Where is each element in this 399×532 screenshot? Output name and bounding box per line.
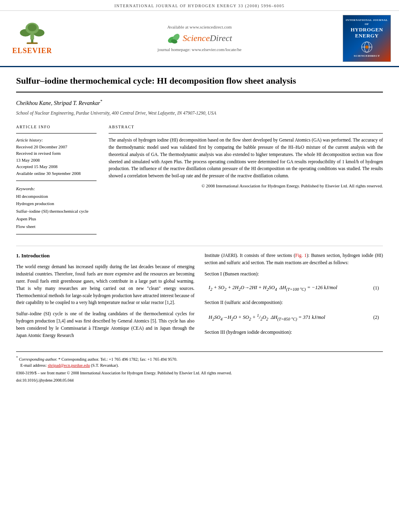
article-meta-section: ARTICLE INFO Article history: Received 2… xyxy=(16,124,383,238)
elsevier-logo: ELSEVIER xyxy=(8,21,56,56)
affiliation: School of Nuclear Engineering, Purdue Un… xyxy=(16,110,383,116)
top-banner: ELSEVIER Available at www.sciencedirect.… xyxy=(0,11,399,67)
equation-2-block: H2SO4→H2O + SO2 + 1/2O2 ΔH(T=850 °C) = 3… xyxy=(205,311,383,324)
copyright-text: © 2008 International Association for Hyd… xyxy=(109,183,383,189)
footnote-area: * Corresponding author. * Corresponding … xyxy=(16,351,383,383)
article-history: Article history: Received 20 December 20… xyxy=(16,137,97,177)
info-divider xyxy=(16,133,97,134)
bottom-info-divider xyxy=(16,234,97,234)
left-column: 1. Introduction The world energy demand … xyxy=(16,252,195,343)
equation-1-block: I2 + SO2 + 2H2O→2HI + H2SO4 ΔH(T=100 °C)… xyxy=(205,282,383,294)
journal-logo-line3: ENERGY xyxy=(345,33,389,39)
equation-2-text: H2SO4→H2O + SO2 + 1/2O2 ΔH(T=850 °C) = 3… xyxy=(209,313,325,322)
abstract-text: The analysis of hydrogen iodine (HI) dec… xyxy=(109,137,383,180)
intro-heading: 1. Introduction xyxy=(16,252,195,259)
keyword-1: HI decomposition xyxy=(16,193,97,200)
tel-fax: * Corresponding author. Tel.: +1 765 496… xyxy=(58,357,177,361)
right-column: Institute (JAERI). It consists of three … xyxy=(205,252,383,343)
article-info-panel: ARTICLE INFO Article history: Received 2… xyxy=(16,124,97,238)
online-date: Available online 30 September 2008 xyxy=(16,170,97,177)
keywords-section: Keywords: HI decomposition Hydrogen prod… xyxy=(16,185,97,230)
section3-label: Section III (hydrogen iodide decompositi… xyxy=(205,329,383,336)
journal-header: INTERNATIONAL JOURNAL OF HYDROGEN ENERGY… xyxy=(0,0,399,11)
svg-rect-6 xyxy=(27,43,38,44)
body-content: 1. Introduction The world energy demand … xyxy=(16,252,383,343)
email-label: E-mail address: xyxy=(21,363,48,368)
section-divider xyxy=(16,246,383,246)
email-end: (S.T. Revankar). xyxy=(90,363,119,368)
corresponding-author: * Corresponding author. * Corresponding … xyxy=(16,355,383,362)
intro-col2-p1: Institute (JAERI). It consists of three … xyxy=(205,252,383,267)
content-area: Sulfur–iodine thermochemical cycle: HI d… xyxy=(0,67,399,391)
keyword-3: Sulfur–iodine (SI) thermochemical cycle xyxy=(16,207,97,215)
email-line: E-mail address: shripad@ecn.purdue.edu (… xyxy=(16,362,383,369)
equation-2-number: (2) xyxy=(373,314,379,321)
equation-1-text: I2 + SO2 + 2H2O→2HI + H2SO4 ΔH(T=100 °C)… xyxy=(209,284,337,292)
sciencedirect-leaves-icon xyxy=(167,33,181,45)
journal-logo-line1: International Journal of xyxy=(345,18,389,27)
received-date1: Received 20 December 2007 xyxy=(16,144,97,150)
available-text: Available at www.sciencedirect.com xyxy=(56,24,343,30)
history-label: Article history: xyxy=(16,138,43,142)
center-info: Available at www.sciencedirect.com Scien… xyxy=(56,24,343,53)
sciencedirect-logo: ScienceDirect xyxy=(56,32,343,45)
keyword-2: Hydrogen production xyxy=(16,200,97,207)
abstract-heading: ABSTRACT xyxy=(109,124,383,130)
elsevier-tree-icon xyxy=(16,21,48,45)
intro-paragraph-1: The world energy demand has increased ra… xyxy=(16,263,195,306)
svg-point-13 xyxy=(365,45,368,49)
keywords-label: Keywords: xyxy=(16,186,35,191)
article-info-heading: ARTICLE INFO xyxy=(16,124,97,130)
section2-label: Section II (sulfuric acid decomposition)… xyxy=(205,299,383,306)
journal-logo-sphere-icon xyxy=(357,41,377,53)
abstract-divider xyxy=(109,133,383,134)
issn-line: 0360-3199/$ – see front matter © 2008 In… xyxy=(16,370,383,376)
email-link[interactable]: shripad@ecn.purdue.edu xyxy=(48,363,90,368)
journal-logo-line2: HYDROGEN xyxy=(345,27,389,33)
doi-line: doi:10.1016/j.ijhydene.2008.05.044 xyxy=(16,378,383,383)
journal-citation: INTERNATIONAL JOURNAL OF HYDROGEN ENERGY… xyxy=(114,4,284,8)
revised-date: 13 May 2008 xyxy=(16,157,97,164)
journal-logo-box: International Journal of HYDROGEN ENERGY… xyxy=(343,15,391,62)
keyword-4: Aspen Plus xyxy=(16,215,97,223)
authors: Cheikhou Kane, Shripad T. Revankar* xyxy=(16,99,383,107)
received-revised-label: Received in revised form xyxy=(16,150,97,157)
abstract-panel: ABSTRACT The analysis of hydrogen iodine… xyxy=(109,124,383,238)
intro-heading-text: 1. Introduction xyxy=(16,253,50,259)
section1-label: Section I (Bunsen reaction): xyxy=(205,271,383,277)
author-names: Cheikhou Kane, Shripad T. Revankar* xyxy=(16,100,102,106)
elsevier-brand-text: ELSEVIER xyxy=(12,46,52,56)
keywords-divider xyxy=(16,181,97,181)
keyword-5: Flow sheet xyxy=(16,223,97,230)
intro-paragraph-2: Sulfur–iodine (SI) cycle is one of the l… xyxy=(16,310,195,339)
article-title: Sulfur–iodine thermochemical cycle: HI d… xyxy=(16,75,383,92)
journal-homepage: journal homepage: www.elsevier.com/locat… xyxy=(56,47,343,53)
journal-sd-text: ScienceDirect xyxy=(345,54,389,58)
svg-point-5 xyxy=(28,24,37,31)
corresponding-label: Corresponding author. xyxy=(19,357,57,361)
equation-1-number: (1) xyxy=(373,285,379,292)
accepted-date: Accepted 15 May 2008 xyxy=(16,163,97,170)
